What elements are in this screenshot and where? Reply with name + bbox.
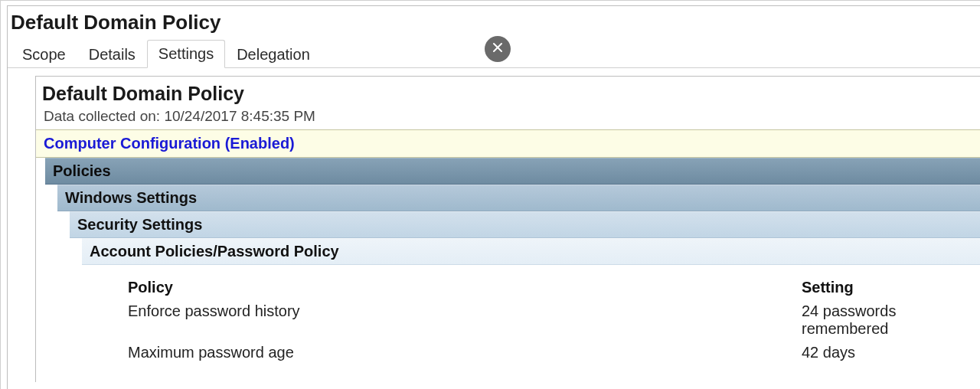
- close-button[interactable]: [485, 36, 511, 62]
- outer-frame: Default Domain Policy Scope Details Sett…: [0, 0, 980, 389]
- section-computer-configuration[interactable]: Computer Configuration (Enabled): [36, 129, 980, 158]
- section-windows-settings[interactable]: Windows Settings: [57, 185, 980, 211]
- cell-policy: Enforce password history: [128, 302, 802, 338]
- inner-panel: Default Domain Policy Scope Details Sett…: [7, 5, 980, 389]
- column-header-setting: Setting: [802, 279, 980, 296]
- data-collected-line: Data collected on: 10/24/2017 8:45:35 PM: [42, 108, 977, 125]
- window-title: Default Domain Policy: [11, 11, 221, 34]
- title-bar: Default Domain Policy: [8, 6, 980, 36]
- cell-setting: 42 days: [802, 344, 980, 361]
- section-security-settings[interactable]: Security Settings: [70, 211, 980, 238]
- section-policies[interactable]: Policies: [45, 158, 980, 185]
- tab-scope[interactable]: Scope: [11, 41, 77, 68]
- table-row: Maximum password age 42 days: [128, 341, 980, 364]
- data-collected-value: 10/24/2017 8:45:35 PM: [164, 108, 315, 124]
- table-row: Enforce password history 24 passwords re…: [128, 299, 980, 341]
- panel-header: Default Domain Policy Data collected on:…: [36, 77, 980, 125]
- close-icon: [492, 42, 503, 56]
- section-account-policies-password-policy[interactable]: Account Policies/Password Policy: [82, 238, 980, 265]
- policy-table: Policy Setting Enforce password history …: [128, 276, 980, 364]
- column-header-policy: Policy: [128, 279, 802, 296]
- tab-settings[interactable]: Settings: [147, 40, 225, 68]
- table-header-row: Policy Setting: [128, 276, 980, 299]
- data-collected-label: Data collected on:: [44, 108, 164, 124]
- tab-details[interactable]: Details: [77, 41, 147, 68]
- tab-delegation[interactable]: Delegation: [225, 41, 322, 68]
- cell-policy: Maximum password age: [128, 344, 802, 361]
- report-title: Default Domain Policy: [42, 83, 977, 105]
- cell-setting: 24 passwords remembered: [802, 302, 980, 338]
- settings-report-panel: Default Domain Policy Data collected on:…: [35, 76, 980, 382]
